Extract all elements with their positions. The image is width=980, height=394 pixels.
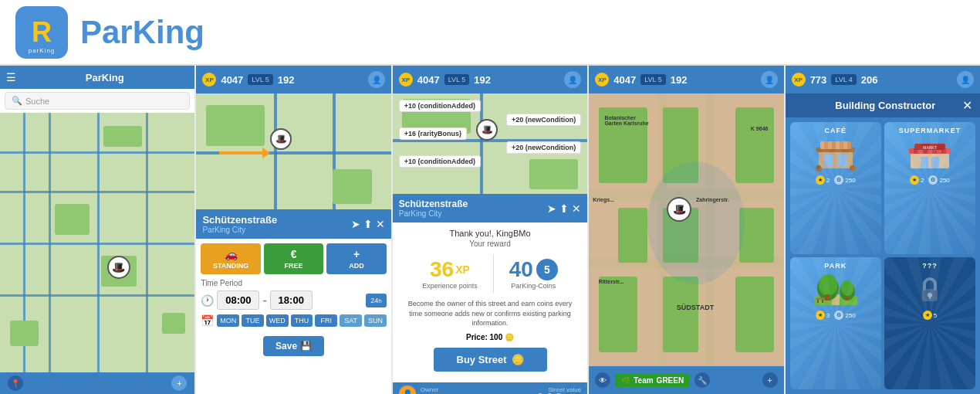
day-mon[interactable]: MON [217,314,239,327]
coin-value5: 206 [861,74,878,86]
coins-desc: ParKing-Coins [511,282,556,290]
coin-value: 192 [278,74,295,86]
days-section: 📅 MON TUE WED THU FRI SAT SUN [196,313,390,328]
notif-3: +16 (rarityBonus) [399,127,467,140]
buy-street-button[interactable]: Buy Street 🪙 [434,348,547,372]
xp-desc: Experience points [422,282,478,290]
reward-panel: Schützenstraße ParKing City ➤ ⬆ ✕ Thank … [393,194,587,394]
bc-item-locked: ??? ★ 5 [884,257,975,389]
xp-value3: 4047 [417,74,440,86]
bc-item-cafe[interactable]: CAFÉ [790,122,881,254]
map-area[interactable]: 🎩 [0,113,194,372]
street-value: Street value [536,386,581,394]
street-city: ParKing City [202,226,347,234]
bc-title: Building Constructor [809,100,962,111]
reward-close-icon[interactable]: ✕ [572,202,581,215]
screen3-map: 🎩 +10 (conditionAdded) +20 (newCondition… [393,93,587,194]
avatar-icon4[interactable]: 👤 [761,71,778,88]
day-thu[interactable]: THU [291,314,313,327]
calendar-icon: 📅 [201,314,214,327]
team-badge: 🌿 Team GREEN [615,374,690,387]
day-wed[interactable]: WED [266,314,289,327]
avatar-icon[interactable]: 👤 [368,71,385,88]
bc-item-park[interactable]: PARK [790,257,881,389]
xp-reward: 36 XP Experience points [422,257,478,290]
day-tue[interactable]: TUE [242,314,264,327]
bottom-location-icon[interactable]: 📍 [8,375,23,391]
avatar-icon5[interactable]: 👤 [957,71,974,88]
app-title: ParKing [80,14,204,51]
eye-icon[interactable]: 👁 [595,372,610,388]
owner-footer: 👤 Owner Anna Street value [393,382,587,394]
xp-icon: XP [202,73,216,87]
screen-building-constructor: XP 773 LVL 4 206 👤 Building Constructor … [786,66,980,394]
time-to[interactable]: 18:00 [270,290,313,310]
coins-amount: 40 [509,257,533,282]
bottom-add-icon[interactable]: + [171,375,187,391]
screen-map: ☰ ParKing 🔍 Suche 🎩 [0,66,194,394]
lvl-badge5: LVL 4 [831,74,857,85]
coin-value3: 192 [474,74,491,86]
app-header: R parKing ParKing [0,0,980,66]
search-placeholder: Suche [25,97,49,106]
reward-navigate-icon[interactable]: ➤ [547,202,556,215]
free-btn[interactable]: € FREE [264,243,323,274]
notif-4: +20 (newCondition) [506,141,581,154]
screen2-map: 🎩 [196,93,390,209]
your-reward-label: Your reward [469,239,511,248]
owner-text: Become the owner of this street and earn… [399,299,581,328]
day-sat[interactable]: SAT [340,314,362,327]
owner-avatar: 👤 [399,386,416,394]
street-name: Schützenstraße [202,214,347,226]
save-button[interactable]: Save 💾 [263,336,324,356]
coins-reward: 40 5 ParKing-Coins [509,257,558,290]
screen1-title: ParKing [21,72,188,83]
time-row: 🕐 08:00 - 18:00 24h [201,290,386,310]
xp-value5: 773 [810,74,827,86]
app-logo: R parKing [15,6,68,59]
player-marker2: 🎩 [270,128,292,150]
day-sun[interactable]: SUN [364,314,387,327]
lvl-badge: LVL 5 [248,74,273,85]
avatar-icon3[interactable]: 👤 [564,71,581,88]
day-fri[interactable]: FRI [315,314,337,327]
add-btn[interactable]: + ADD [326,243,386,274]
share-icon[interactable]: ⬆ [363,218,373,230]
close-icon[interactable]: ✕ [376,218,385,230]
hamburger-icon[interactable]: ☰ [6,71,16,83]
city-map-area[interactable]: BotanischerGarten Karlsruhe Kriegs... Ri… [589,93,783,366]
screen4-bottom: 👁 🌿 Team GREEN 🔧 + [589,366,783,394]
time-period-label: Time Period [201,279,386,287]
time-section: Time Period 🕐 08:00 - 18:00 24h [196,279,390,313]
reward-street-name: Schützenstraße [399,199,547,209]
add-icon4[interactable]: + [762,372,778,388]
notif-5: +10 (conditionAdded) [399,155,481,168]
bc-close-button[interactable]: ✕ [962,98,972,113]
search-icon: 🔍 [12,96,22,106]
screen1-bottom-bar: 📍 + [0,372,194,394]
xp-value: 4047 [221,74,243,86]
thank-you-text: Thank you!, KingBMo [449,229,530,238]
days-row: MON TUE WED THU FRI SAT SUN [217,314,386,327]
search-bar[interactable]: 🔍 Suche [5,92,190,110]
coin-value4: 192 [671,74,688,86]
reward-share-icon[interactable]: ⬆ [559,202,569,215]
wrench-icon[interactable]: 🔧 [694,372,710,388]
logo-letter: R [32,16,52,49]
xp-icon3: XP [399,73,413,87]
screen2-topbar: XP 4047 LVL 5 192 👤 [196,66,390,93]
reward-divider [493,254,494,293]
coin-icon: 🪙 [505,333,514,341]
screen3-topbar: XP 4047 LVL 5 192 👤 [393,66,587,93]
screen-city-map: XP 4047 LVL 5 192 👤 Botanisc [589,66,783,394]
notif-1: +10 (conditionAdded) [399,100,481,112]
h24-btn[interactable]: 24h [366,294,386,307]
bc-title-bar: Building Constructor ✕ [786,93,980,117]
logo-subtext: parKing [29,47,56,54]
bc-item-supermarket[interactable]: SUPERMARKET MARKT [884,122,975,254]
bc-grid: CAFÉ [786,117,980,394]
screen-reward: XP 4047 LVL 5 192 👤 🎩 +10 (conditionAdde… [393,66,587,394]
standing-btn[interactable]: 🚗 STANDING [201,243,260,274]
time-from[interactable]: 08:00 [217,290,259,310]
navigate-icon[interactable]: ➤ [351,218,360,230]
